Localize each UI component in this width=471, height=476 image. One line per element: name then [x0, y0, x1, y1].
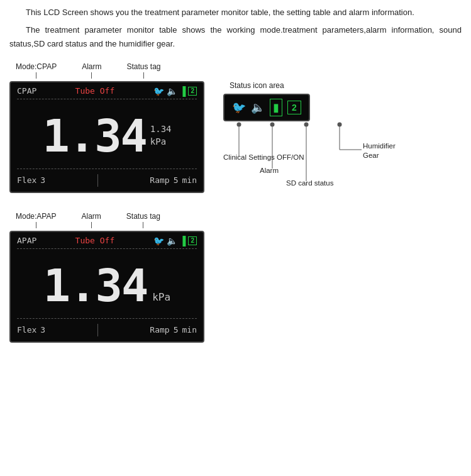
- apap-unit: kPa: [152, 291, 170, 303]
- apap-ramp-value: 5: [174, 325, 179, 335]
- apap-alarm-text: Tube Off: [75, 236, 115, 245]
- ann-alarm-label: Alarm: [260, 167, 279, 174]
- apap-status-label: Status tag: [126, 212, 160, 221]
- cpap-mode-label: Mode:CPAP: [16, 62, 57, 71]
- status-icon-sd: ▮: [270, 99, 282, 116]
- apap-top-bar: APAP Tube Off 🐦 🔈 ▐ 2: [17, 236, 197, 246]
- ann-sd-label: SD card status: [286, 179, 333, 187]
- status-icon-bird: 🐦: [232, 101, 246, 114]
- cpap-icon-sound: 🔈: [167, 86, 177, 96]
- apap-alarm-label-group: Alarm: [81, 212, 101, 228]
- apap-status-tick: [143, 222, 143, 228]
- apap-label-row: Mode:APAP Alarm Status tag: [9, 212, 204, 228]
- annotation-diagram: Clinical Settings OFF/ON Alarm SD card s…: [223, 121, 399, 222]
- cpap-mode-tick: [36, 72, 36, 79]
- apap-mode-tick: [36, 222, 36, 228]
- cpap-big-number: 1.34: [42, 113, 146, 158]
- apap-mode-label: Mode:APAP: [16, 212, 56, 221]
- apap-mode-label-group: Mode:APAP: [16, 212, 56, 228]
- intro-line2: The treatment parameter monitor table sh…: [9, 23, 462, 51]
- cpap-flex-label: Flex: [17, 175, 36, 185]
- apap-status-label-group: Status tag: [126, 212, 160, 228]
- svg-point-5: [304, 122, 309, 126]
- apap-screen: APAP Tube Off 🐦 🔈 ▐ 2 1.34 kPa: [9, 231, 204, 343]
- apap-alarm-tick: [91, 222, 92, 228]
- cpap-screen: CPAP Tube Off 🐦 🔈 ▐ 2 1.34 1.34 kPa: [9, 81, 204, 193]
- cpap-status-label: Status tag: [126, 62, 160, 71]
- cpap-top-bar: CPAP Tube Off 🐦 🔈 ▐ 2: [17, 86, 197, 96]
- cpap-ramp-unit: min: [182, 175, 197, 185]
- cpap-main-value: 1.34 1.34 kPa: [17, 102, 197, 166]
- apap-flex-item: Flex 3: [17, 325, 45, 335]
- cpap-unit-top: 1.34: [150, 123, 172, 136]
- apap-flex-value: 3: [40, 325, 45, 335]
- apap-flex-label: Flex: [17, 325, 36, 335]
- intro-line1: This LCD Screen shows you the treatment …: [9, 6, 462, 19]
- apap-icons: 🐦 🔈 ▐ 2: [153, 236, 197, 246]
- cpap-ramp-value: 5: [174, 175, 179, 185]
- apap-section: Mode:APAP Alarm Status tag APAP Tube Off: [9, 212, 204, 343]
- cpap-mode-text: CPAP: [17, 86, 36, 96]
- cpap-mode-label-group: Mode:CPAP: [16, 62, 57, 79]
- svg-point-7: [338, 122, 342, 126]
- cpap-flex-item: Flex 3: [17, 175, 45, 185]
- apap-alarm-label: Alarm: [81, 212, 101, 221]
- cpap-alarm-label: Alarm: [82, 62, 101, 71]
- cpap-alarm-tick: [91, 72, 92, 79]
- cpap-flex-value: 3: [40, 175, 45, 185]
- cpap-status-label-group: Status tag: [126, 62, 160, 79]
- apap-ramp-unit: min: [182, 325, 197, 335]
- ann-clinical-settings-label: Clinical Settings OFF/ON: [223, 153, 304, 162]
- apap-mode-text: APAP: [17, 236, 36, 245]
- cpap-unit-bottom: kPa: [150, 136, 166, 148]
- cpap-dashed-top: [17, 99, 197, 99]
- cpap-alarm-text: Tube Off: [75, 86, 115, 96]
- cpap-status-tick: [143, 72, 144, 79]
- cpap-icon-bird: 🐦: [153, 86, 164, 96]
- apap-icon-sd: ▐: [180, 236, 186, 246]
- cpap-label-row: Mode:CPAP Alarm Status tag: [9, 62, 204, 79]
- right-column: Status icon area 🐦 🔈 ▮ 2: [223, 62, 399, 222]
- apap-ramp-label: Ramp: [150, 325, 169, 335]
- cpap-section: Mode:CPAP Alarm Status tag CPAP Tube Off: [9, 62, 204, 193]
- cpap-bottom-bar: Flex 3 Ramp 5 min: [17, 172, 197, 187]
- cpap-unit-group: 1.34 kPa: [150, 123, 172, 148]
- cpap-ramp-label: Ramp: [150, 175, 169, 185]
- cpap-ramp-item: Ramp 5 min: [150, 175, 197, 185]
- cpap-icons: 🐦 🔈 ▐ 2: [153, 86, 197, 96]
- left-column: Mode:CPAP Alarm Status tag CPAP Tube Off: [9, 62, 204, 343]
- cpap-icon-sd: ▐: [180, 86, 186, 96]
- annotation-svg: [223, 121, 399, 222]
- apap-icon-bird: 🐦: [153, 236, 164, 246]
- apap-bottom-bar: Flex 3 Ramp 5 min: [17, 321, 197, 336]
- apap-icon-sound: 🔈: [167, 236, 177, 246]
- apap-ramp-item: Ramp 5 min: [150, 325, 197, 335]
- apap-icon-gear: 2: [188, 236, 197, 245]
- status-icon-sound: 🔈: [251, 101, 265, 114]
- cpap-divider: [97, 174, 98, 187]
- apap-big-number: 1.34: [43, 263, 147, 308]
- cpap-icon-gear: 2: [188, 87, 197, 96]
- apap-dashed-bottom: [17, 318, 197, 319]
- apap-dashed-top: [17, 248, 197, 249]
- cpap-alarm-label-group: Alarm: [82, 62, 101, 79]
- status-icon-area-box: 🐦 🔈 ▮ 2: [223, 94, 310, 121]
- svg-point-3: [270, 122, 275, 126]
- apap-main-value: 1.34 kPa: [17, 252, 197, 316]
- status-icon-gear: 2: [287, 101, 301, 114]
- cpap-dashed-bottom: [17, 169, 197, 169]
- apap-divider: [97, 324, 98, 336]
- ann-humidifier-label: Humidifier Gear: [363, 141, 399, 160]
- status-icon-area-label: Status icon area: [230, 81, 284, 90]
- svg-point-1: [237, 122, 241, 126]
